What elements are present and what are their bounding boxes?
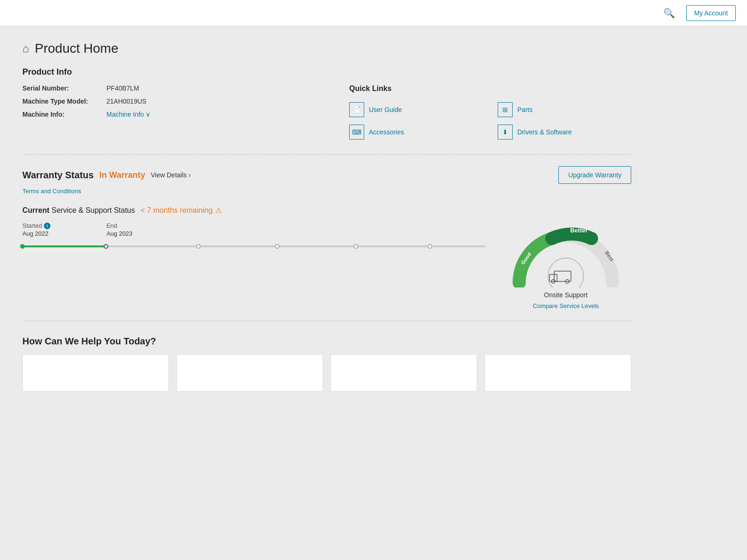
timeline-dot-p4 bbox=[275, 244, 280, 249]
parts-label: Parts bbox=[517, 106, 533, 113]
quick-link-accessories[interactable]: ⌨ Accessories bbox=[349, 125, 483, 140]
divider-2 bbox=[22, 321, 631, 321]
help-card-4[interactable] bbox=[485, 354, 631, 392]
start-date-value: Aug 2022 bbox=[22, 230, 50, 237]
machine-type-label: Machine Type Model: bbox=[22, 98, 106, 105]
gauge-container: Better Good Best Onsite Support Compare … bbox=[500, 222, 631, 309]
service-status-row: Current Service & Support Status < 7 mon… bbox=[22, 206, 631, 215]
timeline-container: Started i Aug 2022 End Aug 2023 bbox=[22, 222, 631, 309]
end-date-label: End bbox=[106, 222, 133, 229]
machine-info-label: Machine Info: bbox=[22, 111, 106, 118]
help-section: How Can We Help You Today? bbox=[22, 336, 631, 392]
info-circle: i bbox=[44, 223, 50, 229]
machine-info-row: Machine Info: Machine Info ∨ bbox=[22, 111, 327, 118]
warranty-title-row: Warranty Status In Warranty View Details… bbox=[22, 170, 190, 181]
quick-links-section: Quick Links 📄 User Guide ⊞ Parts ⌨ Acce bbox=[327, 84, 631, 140]
warranty-status-badge: In Warranty bbox=[99, 170, 145, 180]
search-button[interactable]: 🔍 bbox=[660, 4, 679, 22]
timeline-dot-start bbox=[20, 244, 25, 249]
warranty-title: Warranty Status bbox=[22, 170, 94, 181]
timeline-dot-p3 bbox=[196, 244, 201, 249]
timeline-dot-p6 bbox=[428, 244, 432, 249]
gauge-svg: Better Good Best bbox=[510, 222, 622, 287]
user-guide-label: User Guide bbox=[369, 106, 402, 113]
service-status-title: Current Service & Support Status bbox=[22, 206, 135, 215]
page-title: Product Home bbox=[35, 41, 119, 56]
divider-1 bbox=[22, 154, 631, 155]
timeline-bar-fill bbox=[22, 245, 106, 247]
svg-text:Better: Better bbox=[570, 227, 588, 234]
help-title: How Can We Help You Today? bbox=[22, 336, 631, 347]
help-cards-row bbox=[22, 354, 631, 392]
start-date-group: Started i Aug 2022 bbox=[22, 222, 50, 237]
product-info-heading: Product Info bbox=[22, 67, 631, 77]
parts-icon: ⊞ bbox=[498, 102, 513, 117]
help-card-1[interactable] bbox=[22, 354, 169, 392]
start-date-label: Started i bbox=[22, 222, 50, 229]
warning-text: < 7 months remaining bbox=[141, 206, 212, 215]
machine-type-value: 21AH0019US bbox=[106, 98, 147, 105]
quick-links-title: Quick Links bbox=[349, 84, 631, 93]
timeline-dot-end bbox=[104, 244, 108, 249]
accessories-label: Accessories bbox=[369, 128, 404, 136]
quick-links-grid: 📄 User Guide ⊞ Parts ⌨ Accessories ⬇ bbox=[349, 102, 631, 140]
user-guide-icon: 📄 bbox=[349, 102, 364, 117]
serial-number-row: Serial Number: PF40B7LM bbox=[22, 84, 327, 92]
warranty-header: Warranty Status In Warranty View Details… bbox=[22, 166, 631, 184]
months-warning: < 7 months remaining ⚠ bbox=[141, 206, 222, 215]
machine-type-row: Machine Type Model: 21AH0019US bbox=[22, 98, 327, 105]
service-status-section: Current Service & Support Status < 7 mon… bbox=[22, 206, 631, 309]
help-card-3[interactable] bbox=[331, 354, 477, 392]
gauge-support-label: Onsite Support bbox=[544, 291, 587, 299]
accessories-icon: ⌨ bbox=[349, 125, 364, 140]
end-date-group: End Aug 2023 bbox=[106, 222, 133, 237]
timeline-left: Started i Aug 2022 End Aug 2023 bbox=[22, 222, 486, 256]
page-title-row: ⌂ Product Home bbox=[22, 41, 631, 56]
help-card-2[interactable] bbox=[176, 354, 323, 392]
drivers-label: Drivers & Software bbox=[517, 128, 572, 136]
serial-number-label: Serial Number: bbox=[22, 84, 106, 92]
drivers-icon: ⬇ bbox=[498, 125, 513, 140]
warning-icon: ⚠ bbox=[215, 206, 222, 215]
top-nav: 🔍 My Account bbox=[0, 0, 747, 26]
my-account-button[interactable]: My Account bbox=[686, 5, 736, 21]
upgrade-warranty-button[interactable]: Upgrade Warranty bbox=[558, 166, 631, 184]
timeline-track bbox=[22, 241, 486, 252]
main-content: ⌂ Product Home Product Info Serial Numbe… bbox=[0, 26, 654, 406]
quick-link-parts[interactable]: ⊞ Parts bbox=[498, 102, 631, 117]
compare-service-levels-link[interactable]: Compare Service Levels bbox=[533, 302, 599, 309]
serial-number-value: PF40B7LM bbox=[106, 84, 139, 92]
product-info-left: Serial Number: PF40B7LM Machine Type Mod… bbox=[22, 84, 327, 140]
gauge-wrapper: Better Good Best bbox=[510, 222, 622, 287]
home-icon: ⌂ bbox=[22, 42, 29, 55]
product-info-grid: Serial Number: PF40B7LM Machine Type Mod… bbox=[22, 84, 631, 140]
quick-link-drivers[interactable]: ⬇ Drivers & Software bbox=[498, 125, 631, 140]
quick-link-user-guide[interactable]: 📄 User Guide bbox=[349, 102, 483, 117]
terms-link[interactable]: Terms and Conditions bbox=[22, 188, 631, 195]
view-details-link[interactable]: View Details › bbox=[151, 171, 190, 179]
timeline-dates: Started i Aug 2022 End Aug 2023 bbox=[22, 222, 486, 237]
warranty-section: Warranty Status In Warranty View Details… bbox=[22, 166, 631, 195]
end-date-value: Aug 2023 bbox=[106, 230, 133, 237]
machine-info-link[interactable]: Machine Info ∨ bbox=[106, 111, 150, 118]
svg-rect-2 bbox=[550, 274, 557, 281]
product-info-section: Product Info Serial Number: PF40B7LM Mac… bbox=[22, 67, 631, 140]
timeline-dot-p5 bbox=[353, 244, 358, 249]
